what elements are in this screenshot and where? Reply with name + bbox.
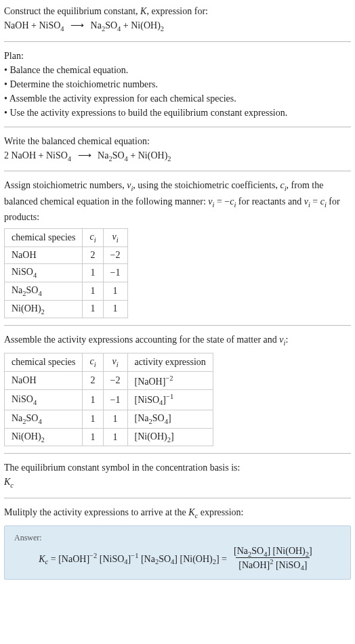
cell: NaOH — [5, 371, 83, 390]
plan-bullet: • Determine the stoichiometric numbers. — [4, 77, 351, 91]
species: SO — [112, 150, 125, 160]
plus: + — [121, 20, 131, 30]
eq: = — [48, 554, 58, 564]
header-species: chemical species — [5, 353, 83, 371]
sup: −2 — [165, 374, 173, 382]
coef: 2 — [4, 150, 12, 160]
text: Assign stoichiometric numbers, — [4, 180, 127, 190]
cell: 1 — [83, 410, 103, 428]
sub: i — [117, 236, 119, 244]
assemble-text: Assemble the activity expressions accoun… — [4, 332, 351, 349]
cell: [Ni(OH)2] — [127, 428, 213, 446]
species: NiSO — [46, 150, 68, 160]
text: Assemble the activity expressions accoun… — [4, 335, 279, 345]
cell: 1 — [83, 300, 103, 318]
text: : — [285, 335, 288, 345]
divider — [4, 171, 351, 171]
answer-box: Answer: Kc = [NaOH]−2 [NiSO4]−1 [Na2SO4]… — [4, 525, 351, 580]
sub: 4 — [38, 418, 41, 425]
balanced-heading: Write the balanced chemical equation: — [4, 134, 351, 148]
plus: + — [29, 20, 39, 30]
cell: 1 — [83, 263, 103, 282]
cell: Ni(OH)2 — [5, 428, 83, 446]
header-ci: ci — [83, 229, 103, 247]
cell: −2 — [103, 246, 127, 263]
cell: [NiSO4]−1 — [127, 390, 213, 410]
assemble-section: Assemble the activity expressions accoun… — [4, 332, 351, 446]
text: [Na — [234, 546, 248, 556]
sub: i — [94, 361, 96, 368]
text: [Na — [138, 554, 155, 564]
text: Ni(OH) — [12, 431, 41, 442]
divider — [4, 325, 351, 326]
sub: c — [10, 481, 14, 489]
text: ] — [168, 413, 171, 423]
divider — [4, 498, 351, 498]
cell: 1 — [83, 428, 103, 446]
table-row: Ni(OH)2 1 1 [Ni(OH)2] — [5, 428, 213, 446]
K: K — [4, 477, 10, 487]
species: NaOH — [12, 150, 37, 160]
text: [Ni(OH) — [178, 554, 213, 564]
cell: Ni(OH)2 — [5, 300, 83, 318]
multiply-text: Mulitply the activity expressions to arr… — [4, 505, 351, 521]
header-nui: νi — [103, 229, 127, 247]
sup: −1 — [131, 552, 138, 559]
divider — [4, 127, 351, 127]
text: NiSO — [12, 394, 33, 404]
text: , using the stoichiometric coefficients, — [133, 180, 280, 190]
text: Na — [12, 413, 22, 423]
text: SO — [159, 554, 171, 564]
cell: −1 — [103, 390, 127, 410]
text: for reactants and — [236, 196, 304, 207]
cell: 1 — [103, 282, 127, 300]
cell: [Na2SO4] — [127, 410, 213, 428]
cell: NaOH — [5, 246, 83, 263]
divider — [4, 41, 351, 42]
cell: NiSO4 — [5, 390, 83, 410]
stoich-table: chemical species ci νi NaOH 2 −2 NiSO4 1… — [4, 228, 128, 318]
cell: 1 — [83, 282, 103, 300]
plan-bullet: • Balance the chemical equation. — [4, 63, 351, 77]
divider — [4, 453, 351, 454]
activity-table: chemical species ci νi activity expressi… — [4, 353, 213, 447]
eqconst-section: The equilibrium constant symbol in the c… — [4, 460, 351, 491]
text: ] — [304, 560, 308, 570]
K: K — [39, 554, 45, 564]
species: SO — [105, 20, 117, 30]
text: Construct the equilibrium constant, — [4, 6, 140, 16]
species: Ni(OH) — [131, 20, 161, 30]
eqconst-symbol: Kc — [4, 475, 351, 491]
table-row: Ni(OH)2 1 1 — [5, 300, 128, 318]
text: [NiSO — [97, 554, 124, 564]
header-activity: activity expression — [127, 353, 213, 371]
table-row: chemical species ci νi activity expressi… — [5, 353, 213, 371]
species: NiSO — [39, 20, 60, 30]
cell: NiSO4 — [5, 263, 83, 282]
text: SO — [26, 413, 39, 423]
plan-heading: Plan: — [4, 49, 351, 63]
plan-bullet: • Use the activity expressions to build … — [4, 106, 351, 120]
sub: 4 — [68, 154, 71, 162]
sub: 2 — [41, 435, 45, 443]
header-nui: νi — [103, 353, 127, 371]
text: [NaOH] — [238, 560, 270, 570]
text: expression: — [198, 507, 243, 517]
species: Na — [98, 150, 108, 160]
text: ] — [309, 546, 312, 556]
balanced-equation: 2 NaOH + NiSO4 ⟶ Na2SO4 + Ni(OH)2 — [4, 148, 351, 165]
text: [NiSO — [135, 395, 160, 405]
species: NaOH — [4, 20, 29, 30]
lhs: Kc = [NaOH]−2 [NiSO4]−1 [Na2SO4] [Ni(OH)… — [39, 552, 227, 565]
text: [Ni(OH) — [270, 546, 306, 556]
text: ] = — [216, 554, 227, 564]
table-row: NaOH 2 −2 [NaOH]−2 — [5, 371, 213, 390]
text: [Na — [135, 413, 149, 423]
table-row: chemical species ci νi — [5, 229, 128, 247]
text: [Ni(OH) — [135, 431, 167, 442]
text: = − — [214, 196, 230, 207]
cell: 1 — [103, 300, 127, 318]
text: SO — [152, 413, 165, 423]
sub: 2 — [41, 307, 45, 315]
sub: 4 — [33, 399, 37, 406]
